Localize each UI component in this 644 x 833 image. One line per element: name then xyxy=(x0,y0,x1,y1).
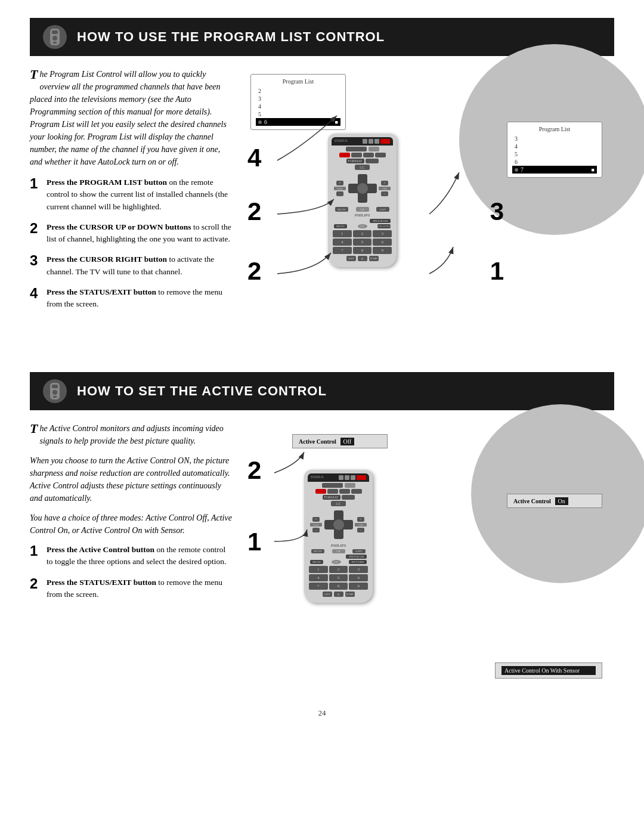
bottom-intro-3: You have a choice of three modes: Active… xyxy=(30,512,233,537)
top-illustration-container: Program List 2 3 4 5 6 ■ Program List 3 … xyxy=(244,68,614,354)
remote-num-7: 7 xyxy=(333,247,352,254)
ac-on-value: On xyxy=(555,497,568,505)
remote-ch-auto: CH AUTO xyxy=(377,224,391,228)
remote-program-btn: PROGRAM xyxy=(370,219,391,223)
remote-ant-btn: ANT xyxy=(346,256,356,261)
remote-btn-c xyxy=(375,153,386,157)
remote-num-1: 1 xyxy=(333,230,352,237)
bottom-step-bold-1: Press the Active Control button xyxy=(47,545,154,554)
remote-vol-label: VOL xyxy=(334,187,346,190)
remote-btn-b xyxy=(363,153,374,157)
ch-row-r3: 3 xyxy=(512,135,597,143)
remote-ok-btn2: OK xyxy=(358,224,367,228)
remote-status-text: STATUS xyxy=(335,139,361,144)
remote-b-ok2: OK xyxy=(332,560,341,564)
step-text-2: Press the CURSOR UP or DOWN buttons to s… xyxy=(47,221,233,246)
ch-row-6-hl: 6 ■ xyxy=(256,118,340,126)
step-item-4: 4 Press the STATUS/EXIT button to remove… xyxy=(30,286,233,311)
remote-b-list: LIST xyxy=(352,549,366,553)
ch-row-3: 3 xyxy=(256,95,340,103)
bottom-step-bold-2: Press the STATUS/EXIT button xyxy=(47,578,156,587)
remote-b-vol: + VOL - xyxy=(310,517,322,532)
callout-1: 1 xyxy=(490,259,504,284)
remote-sleep-btn xyxy=(346,147,367,151)
remote-num-4: 4 xyxy=(333,239,352,246)
callout-2-upper: 2 xyxy=(247,199,261,224)
remote-b-program-row: PROGRAM xyxy=(308,555,369,559)
remote-ch-label: CH xyxy=(379,187,391,190)
remote-menu-row: MENU OK CH AUTO xyxy=(332,224,393,228)
step-bold-3: Press the CURSOR RIGHT button xyxy=(47,255,167,264)
remote-b-ant: ANT xyxy=(323,592,332,597)
channel-dot xyxy=(258,120,262,124)
remote-b-9: 9 xyxy=(349,583,368,590)
bottom-step-text-2: Press the STATUS/EXIT button to remove t… xyxy=(47,577,233,601)
ac-sensor-value: Active Control On With Sensor xyxy=(501,666,596,675)
tv-screen-left: Program List 2 3 4 5 6 ■ xyxy=(250,74,346,130)
remote-format-row: FORMAT xyxy=(332,159,393,163)
remote-jump-btn: JUMP xyxy=(369,256,379,261)
drop-cap-T2: T xyxy=(30,422,38,435)
remote-b-program: PROGRAM xyxy=(346,555,367,559)
remote-num-5: 5 xyxy=(353,239,372,246)
remote-program-row: PROGRAM xyxy=(332,219,393,223)
step-num-3: 3 xyxy=(30,253,41,268)
remote-power-btn xyxy=(339,153,350,157)
ac-screen-on: Active Control On xyxy=(507,494,602,508)
remote-b-dpad-c xyxy=(333,519,344,530)
remote-b-bottom: ANT 0 JUMP xyxy=(308,592,369,597)
remote-b-ch-dn: - xyxy=(357,528,364,532)
remote-ch-dn: - xyxy=(381,191,388,196)
remote-b-6: 6 xyxy=(349,574,368,581)
ac-on-label: Active Control xyxy=(513,498,551,504)
tv-screen-right-title: Program List xyxy=(512,126,597,132)
step-text-1: Press the PROGRAM LIST button on the rem… xyxy=(47,176,233,213)
callout-2-lower: 2 xyxy=(247,259,261,284)
remote-b-2: 2 xyxy=(329,566,348,573)
remote-ch-group: + CH - xyxy=(379,181,391,196)
remote-b-picture: PICTURE xyxy=(349,560,367,564)
step-item-2: 2 Press the CURSOR UP or DOWN buttons to… xyxy=(30,221,233,246)
top-section-title: HOW TO USE THE PROGRAM LIST CONTROL xyxy=(77,29,385,45)
step-text-4: Press the STATUS/EXIT button to remove t… xyxy=(47,286,233,311)
remote-vol-up: + xyxy=(336,181,343,185)
top-left-text: The Program List Control will allow you … xyxy=(30,68,233,354)
remote-b-extra xyxy=(345,483,355,488)
bottom-callout-1: 1 xyxy=(247,529,261,555)
ch-row-r4: 4 xyxy=(512,143,597,150)
remote-b-1: 1 xyxy=(309,566,328,573)
remote-bottom-row: ANT 0 JUMP xyxy=(332,256,393,261)
remote-list-btn: LIST xyxy=(376,207,389,212)
remote-b-format: FORMAT xyxy=(323,495,340,500)
bottom-illustration: Active Control Off Active Control On Act… xyxy=(244,422,614,696)
step-bold-1: Press the PROGRAM LIST button xyxy=(47,178,167,187)
ch-row-5: 5 xyxy=(256,110,340,118)
svg-rect-2 xyxy=(52,30,58,34)
remote-b-cc-row: CC xyxy=(308,501,369,506)
remote-b-btn-select xyxy=(357,475,366,480)
lock-icon: ■ xyxy=(335,119,338,125)
remote-b-8: 8 xyxy=(329,583,348,590)
remote-ok-btn: OK xyxy=(356,207,369,212)
remote-top-status: STATUS xyxy=(332,137,393,145)
remote-b-vol-up: + xyxy=(312,517,320,522)
svg-point-3 xyxy=(52,36,57,41)
remote-b-status: STATUS xyxy=(308,473,369,482)
remote-b-ch: + CH - xyxy=(355,517,367,532)
bottom-section-title: HOW TO SET THE ACTIVE CONTROL xyxy=(77,383,327,399)
bottom-callout-2: 2 xyxy=(247,458,261,483)
bottom-intro-2: When you choose to turn the Active Contr… xyxy=(30,454,233,504)
remote-b-mute-ok: MUTE OK LIST xyxy=(308,549,369,553)
ac-off-value: Off xyxy=(340,438,355,445)
bottom-intro-1: The Active Control monitors and adjusts … xyxy=(30,422,233,447)
remote-btn-a xyxy=(351,153,362,157)
remote-b-btn-dvd xyxy=(345,475,349,480)
top-section-content: The Program List Control will allow you … xyxy=(30,68,614,354)
ch-row-4: 4 xyxy=(256,103,340,110)
remote-b-num-grid: 1 2 3 4 5 6 7 8 9 xyxy=(309,566,368,590)
svg-rect-4 xyxy=(53,42,57,44)
bottom-step-item-2: 2 Press the STATUS/EXIT button to remove… xyxy=(30,577,233,601)
step-item-1: 1 Press the PROGRAM LIST button on the r… xyxy=(30,176,233,213)
step-num-1: 1 xyxy=(30,176,41,191)
remote-bottom: STATUS xyxy=(304,470,373,603)
